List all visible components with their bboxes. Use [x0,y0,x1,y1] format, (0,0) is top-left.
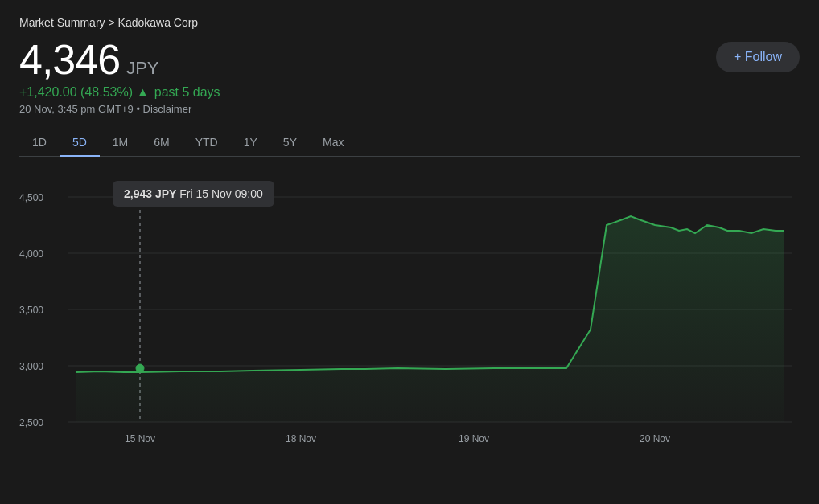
tab-1m[interactable]: 1M [100,129,141,157]
y-label-2500: 2,500 [19,417,43,428]
tab-1d[interactable]: 1D [19,129,60,157]
change-percent: (48.53%) [80,85,133,99]
tab-5d[interactable]: 5D [60,129,100,157]
chart-fill [76,216,784,422]
tabs: 1D 5D 1M 6M YTD 1Y 5Y Max [19,129,800,157]
y-label-3000: 3,000 [19,361,43,372]
price-main: 4,346 JPY [19,35,220,84]
change-row: +1,420.00 (48.53%) ▲ past 5 days [19,85,220,100]
chart-svg: 4,500 4,000 3,500 3,000 2,500 15 Nov 18 … [19,173,800,462]
y-label-4000: 4,000 [19,248,43,260]
x-label-20nov: 20 Nov [640,433,670,445]
price-value: 4,346 [19,35,120,84]
tooltip-dot [136,364,144,372]
price-left: 4,346 JPY +1,420.00 (48.53%) ▲ past 5 da… [19,35,220,115]
breadcrumb: Market Summary > Kadokawa Corp [19,16,800,29]
chart-area: 2,943 JPY Fri 15 Nov 09:00 4,500 4,000 3… [0,173,819,462]
price-row: 4,346 JPY +1,420.00 (48.53%) ▲ past 5 da… [19,35,800,115]
y-label-3500: 3,500 [19,305,43,316]
y-label-4500: 4,500 [19,192,43,203]
change-arrow: ▲ [136,85,149,100]
tooltip-price: 2,943 JPY [124,187,176,200]
follow-button[interactable]: + Follow [716,42,800,72]
disclaimer-link[interactable]: Disclaimer [143,103,192,115]
tab-1y[interactable]: 1Y [231,129,270,157]
breadcrumb-separator: > [108,16,114,29]
breadcrumb-current: Kadokawa Corp [118,16,199,29]
change-period: past 5 days [154,85,220,99]
tab-max[interactable]: Max [310,129,356,157]
tooltip-date: Fri 15 Nov 09:00 [179,187,263,200]
tab-5y[interactable]: 5Y [270,129,310,157]
breadcrumb-parent: Market Summary [19,16,105,29]
x-label-18nov: 18 Nov [286,433,316,445]
change-amount: +1,420.00 [19,85,77,99]
x-label-15nov: 15 Nov [125,433,155,445]
tooltip-box: 2,943 JPY Fri 15 Nov 09:00 [113,181,274,207]
x-label-19nov: 19 Nov [459,433,489,445]
tab-6m[interactable]: 6M [141,129,182,157]
tab-ytd[interactable]: YTD [183,129,231,157]
price-currency: JPY [126,58,158,79]
timestamp: 20 Nov, 3:45 pm GMT+9 • Disclaimer [19,103,220,115]
